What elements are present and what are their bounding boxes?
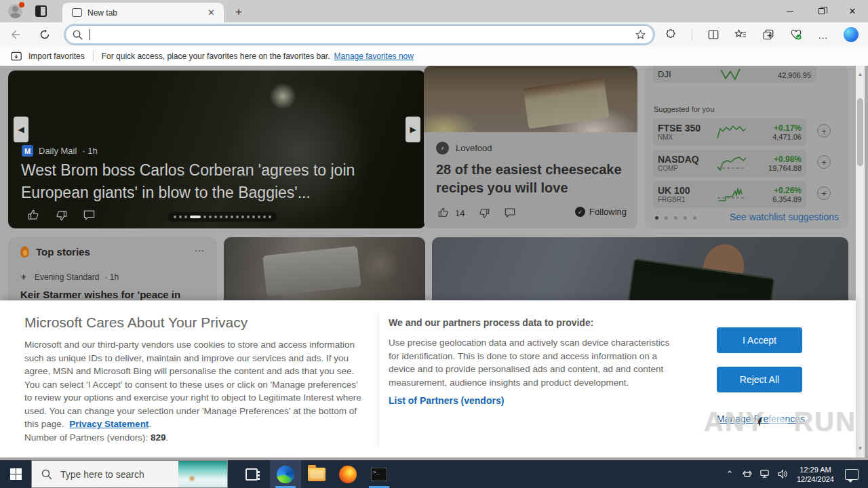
carousel-dot[interactable]	[263, 216, 266, 218]
start-button[interactable]	[0, 460, 31, 488]
stock-row-ftse[interactable]: FTSE 350 NMX +0.17% 4,471.06	[652, 119, 807, 146]
carousel-dot[interactable]	[220, 216, 222, 218]
network-icon[interactable]	[756, 469, 774, 479]
cheesecake-card[interactable]: lf Lovefood 28 of the easiest cheesecake…	[424, 66, 637, 228]
taskbar-terminal-button[interactable]: >_	[363, 460, 395, 488]
carousel-dots[interactable]	[168, 212, 277, 222]
evening-standard-logo: ⚜	[20, 273, 29, 282]
top-stories-source-row: ⚜ Evening Standard · 1h	[20, 272, 119, 282]
carousel-dot[interactable]	[225, 216, 228, 218]
minimize-button[interactable]	[774, 0, 806, 22]
cheesecake-source: Lovefood	[456, 143, 492, 153]
split-screen-icon[interactable]	[707, 28, 719, 41]
comments-icon[interactable]	[504, 207, 516, 219]
browser-essentials-icon[interactable]	[789, 28, 803, 41]
extensions-icon[interactable]	[665, 28, 677, 41]
thumbs-up-icon[interactable]	[437, 207, 450, 219]
new-tab-button[interactable]: +	[231, 5, 247, 19]
page-dot[interactable]	[684, 216, 687, 220]
partners-count-line: Number of Partners (vendors): 829.	[24, 431, 363, 445]
tab-close-icon[interactable]: ✕	[204, 6, 218, 19]
taskbar-edge-button[interactable]	[270, 460, 301, 488]
task-view-button[interactable]	[236, 460, 267, 488]
carousel-dot[interactable]	[214, 216, 217, 218]
comments-icon[interactable]	[83, 209, 96, 222]
search-highlight-image[interactable]	[178, 461, 227, 487]
collections-icon[interactable]	[762, 28, 774, 41]
stock-row-uk100[interactable]: UK 100 FRGBR1 +0.26% 6,354.89	[652, 181, 807, 208]
action-center-icon[interactable]	[845, 469, 859, 480]
page-dot-active[interactable]	[655, 216, 658, 220]
meet-now-icon[interactable]	[738, 469, 756, 480]
add-to-watchlist-button[interactable]: +	[817, 124, 831, 138]
i-accept-button[interactable]: I Accept	[717, 327, 802, 353]
taskbar-clock[interactable]: 12:29 AM 12/24/2024	[791, 465, 840, 484]
address-bar[interactable]	[65, 25, 654, 44]
thumbs-down-icon[interactable]	[478, 207, 490, 219]
carousel-dot[interactable]	[269, 216, 271, 218]
reject-all-button[interactable]: Reject All	[717, 367, 802, 392]
dji-sparkline	[715, 66, 746, 83]
volume-icon[interactable]	[774, 469, 791, 479]
restore-button[interactable]	[806, 0, 837, 22]
top-stories-more-icon[interactable]: ...	[195, 243, 205, 253]
favorite-star-icon[interactable]	[635, 29, 646, 41]
favorites-hint-text: For quick access, place your favorites h…	[102, 52, 330, 61]
see-watchlist-suggestions-link[interactable]: See watchlist suggestions	[730, 211, 839, 222]
copilot-icon[interactable]	[844, 27, 859, 42]
back-button[interactable]	[5, 25, 24, 44]
page-dot[interactable]	[665, 216, 668, 220]
workspaces-icon[interactable]	[35, 5, 47, 17]
thumbs-down-icon[interactable]	[55, 209, 68, 222]
privacy-statement-link[interactable]: Privacy Statement	[69, 419, 149, 429]
carousel-dot[interactable]	[258, 216, 260, 218]
import-favorites-label[interactable]: Import favorites	[28, 52, 85, 61]
stock-row-nasdaq[interactable]: NASDAQ COMP +0.98% 19,764.88	[652, 150, 807, 177]
page-scrollbar[interactable]: ▲ ▼	[856, 66, 865, 458]
carousel-dot[interactable]	[231, 216, 233, 218]
carousel-dot[interactable]	[174, 216, 176, 218]
carousel-dot[interactable]	[184, 216, 187, 218]
hero-news-card[interactable]: ◀ ▶ M Daily Mail · 1h West Brom boss Car…	[8, 70, 426, 228]
add-to-watchlist-button[interactable]: +	[817, 186, 831, 200]
scrollbar-thumb[interactable]	[857, 98, 863, 166]
newtab-page-icon	[72, 8, 82, 17]
add-to-watchlist-button[interactable]: +	[817, 155, 831, 169]
scrollbar-down-icon[interactable]: ▼	[856, 445, 865, 451]
following-badge[interactable]: ✓ Following	[575, 207, 627, 217]
refresh-button[interactable]	[35, 25, 54, 44]
carousel-dot[interactable]	[179, 216, 182, 218]
hero-headline-line2: European giants' in blow to the Baggies'…	[21, 182, 401, 204]
hidden-icons-chevron[interactable]: ⌃	[721, 469, 738, 479]
page-dot[interactable]	[693, 216, 696, 220]
carousel-dot-active[interactable]	[190, 216, 201, 218]
favorites-icon[interactable]	[734, 28, 747, 41]
search-icon	[73, 30, 83, 40]
stock-value: 4,471.06	[751, 133, 802, 141]
list-of-partners-link[interactable]: List of Partners (vendors)	[389, 395, 504, 406]
cheesecake-headline[interactable]: 28 of the easiest cheesecake recipes you…	[436, 161, 626, 197]
settings-more-icon[interactable]: …	[818, 29, 829, 41]
hero-headline[interactable]: West Brom boss Carlos Corberan 'agrees t…	[21, 159, 401, 204]
carousel-dot[interactable]	[203, 216, 206, 218]
hero-source: Daily Mail	[39, 146, 77, 156]
watchlist-pagination-dots[interactable]	[655, 216, 696, 220]
search-placeholder: Type here to search	[60, 469, 144, 480]
carousel-dot[interactable]	[252, 216, 255, 218]
taskbar-explorer-button[interactable]	[301, 460, 332, 488]
taskbar-search-box[interactable]: Type here to search	[31, 460, 228, 488]
close-button[interactable]: ✕	[837, 0, 868, 22]
carousel-next-icon[interactable]: ▶	[406, 117, 420, 142]
carousel-dot[interactable]	[247, 216, 250, 218]
carousel-prev-icon[interactable]: ◀	[14, 117, 28, 142]
manage-favorites-link[interactable]: Manage favorites now	[334, 52, 414, 61]
taskbar-firefox-button[interactable]	[332, 460, 363, 488]
scrollbar-up-icon[interactable]: ▲	[856, 71, 865, 77]
page-dot[interactable]	[674, 216, 677, 220]
browser-tab[interactable]: New tab ✕	[62, 3, 224, 22]
carousel-dot[interactable]	[209, 216, 212, 218]
carousel-dot[interactable]	[236, 216, 239, 218]
carousel-dot[interactable]	[241, 216, 244, 218]
thumbs-up-icon[interactable]	[27, 209, 40, 222]
watchlist-top-row[interactable]: DJI 42,906.95	[652, 66, 816, 83]
